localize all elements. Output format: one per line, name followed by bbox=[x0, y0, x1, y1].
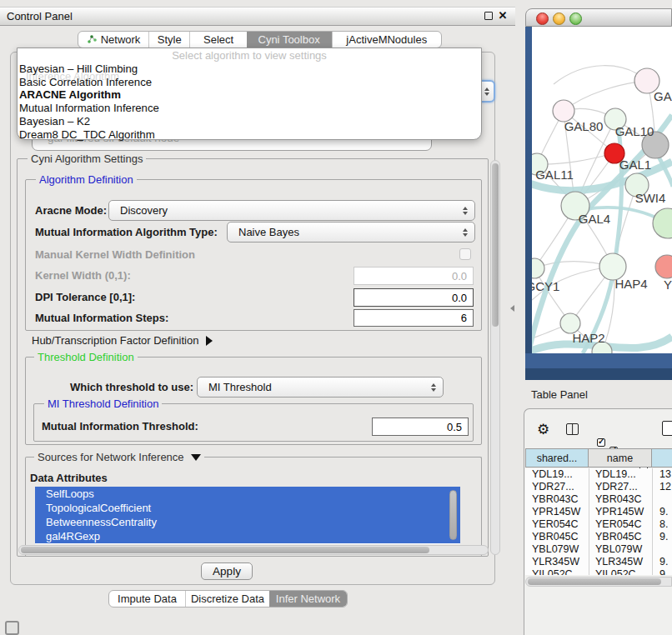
column-header-cut[interactable] bbox=[652, 448, 672, 468]
spinner-down-icon bbox=[431, 388, 436, 392]
mi-threshold-title: MI Threshold Definition bbox=[44, 398, 162, 410]
attribute-item[interactable]: gal4RGexp bbox=[35, 529, 460, 543]
table-hscrollbar[interactable] bbox=[525, 577, 672, 587]
tab-infer-network[interactable]: Infer Network bbox=[269, 591, 347, 607]
data-attributes-label: Data Attributes bbox=[30, 472, 108, 484]
settings-gear-icon[interactable] bbox=[537, 421, 549, 438]
network-node-y[interactable] bbox=[655, 255, 672, 278]
tab-style[interactable]: Style bbox=[148, 32, 189, 48]
column-header-name[interactable]: name bbox=[589, 448, 652, 468]
hub-definition-expander[interactable]: Hub/Transcription Factor Definition bbox=[32, 333, 213, 348]
checked-column-icon[interactable] bbox=[597, 438, 605, 447]
tab-impute-data[interactable]: Impute Data bbox=[109, 591, 185, 607]
settings-hscrollbar-thumb[interactable] bbox=[21, 547, 429, 553]
float-window-icon[interactable] bbox=[484, 12, 493, 20]
tab-discretize-data[interactable]: Discretize Data bbox=[185, 591, 269, 607]
algorithm-option[interactable]: Basic Correlation Inference bbox=[19, 76, 479, 89]
aracne-mode-combo[interactable]: Discovery bbox=[108, 200, 475, 221]
table-row[interactable]: YPR145WYPR145W9. bbox=[525, 506, 672, 518]
node-label: GAL1 bbox=[619, 158, 651, 172]
manual-kernel-label: Manual Kernel Width Definition bbox=[35, 248, 195, 262]
table-row[interactable]: YLR345WYLR345W9. bbox=[525, 556, 672, 568]
network-window-frame-bottom bbox=[525, 353, 672, 380]
tab-select[interactable]: Select bbox=[189, 32, 246, 48]
attributes-scrollbar-thumb[interactable] bbox=[449, 490, 457, 540]
which-threshold-value: MI Threshold bbox=[208, 381, 272, 393]
spinner-up-icon bbox=[431, 383, 436, 387]
aracne-mode-label: Aracne Mode: bbox=[35, 200, 107, 221]
tab-network[interactable]: Network bbox=[78, 32, 148, 48]
minimize-window-icon[interactable] bbox=[553, 12, 565, 25]
network-edge bbox=[564, 81, 647, 111]
control-panel-titlebar: Control Panel bbox=[0, 7, 515, 26]
attribute-item[interactable]: BetweennessCentrality bbox=[35, 515, 460, 529]
table-row[interactable]: YER054CYER054C8. bbox=[525, 518, 672, 531]
dropdown-placeholder: Select algorithm to view settings bbox=[18, 49, 481, 62]
kernel-width-field[interactable]: 0.0 bbox=[354, 267, 474, 285]
tab-cyni-toolbox[interactable]: Cyni Toolbox bbox=[247, 32, 332, 48]
apply-button[interactable]: Apply bbox=[201, 562, 253, 580]
table-rows: YDL19...YDL19...13YDR27...YDR27...12YBR0… bbox=[525, 468, 672, 575]
table-panel-title: Table Panel bbox=[531, 388, 588, 401]
network-node[interactable] bbox=[653, 208, 672, 238]
mi-threshold-field[interactable]: 0.5 bbox=[372, 418, 469, 436]
dpi-tolerance-field[interactable]: 0.0 bbox=[354, 288, 474, 307]
table-row[interactable]: YBL079WYBL079W bbox=[525, 543, 672, 556]
close-window-icon[interactable] bbox=[536, 12, 549, 25]
mi-type-combo[interactable]: Naive Bayes bbox=[227, 222, 475, 242]
algorithm-option[interactable]: Bayesian – K2 bbox=[19, 115, 479, 128]
table-row[interactable]: YIL052CYIL052C9. bbox=[525, 568, 672, 575]
threshold-definition-title: Threshold Definition bbox=[34, 351, 138, 363]
algorithm-option[interactable]: Dream8 DC_TDC Algorithm bbox=[19, 128, 479, 142]
algorithm-option[interactable]: ARACNE Algorithm bbox=[19, 88, 479, 102]
spinner-down-icon bbox=[484, 92, 489, 96]
node-label: SWI4 bbox=[635, 191, 666, 205]
column-divider bbox=[652, 468, 653, 575]
algorithm-option[interactable]: Mutual Information Inference bbox=[19, 102, 479, 115]
screen: Control Panel ✕ Network Style Select Cyn… bbox=[0, 0, 672, 635]
mi-type-value: Naive Bayes bbox=[238, 226, 299, 238]
dpi-tolerance-label: DPI Tolerance [0,1]: bbox=[35, 288, 135, 307]
column-header-shared[interactable]: shared... bbox=[525, 448, 589, 468]
node-label: GCY1 bbox=[532, 279, 559, 293]
which-threshold-combo[interactable]: MI Threshold bbox=[197, 377, 444, 398]
split-view-icon[interactable] bbox=[566, 423, 579, 435]
attribute-item[interactable]: TopologicalCoefficient bbox=[35, 501, 460, 515]
algorithm-option[interactable]: Bayesian – Hill Climbing bbox=[19, 62, 479, 76]
close-icon[interactable]: ✕ bbox=[496, 8, 509, 21]
node-label: GAL4 bbox=[579, 212, 610, 226]
tab-jactivemnodules[interactable]: jActiveMNodules bbox=[332, 32, 441, 48]
network-window-frame-left bbox=[525, 27, 532, 380]
table-hscrollbar-thumb[interactable] bbox=[528, 578, 661, 585]
network-icon bbox=[87, 33, 97, 46]
settings-vscrollbar[interactable] bbox=[490, 160, 500, 555]
expand-right-icon bbox=[206, 336, 213, 346]
zoom-window-icon[interactable] bbox=[569, 12, 582, 25]
collapse-down-icon[interactable] bbox=[191, 454, 201, 461]
network-window-titlebar[interactable] bbox=[525, 8, 672, 27]
export-table-icon[interactable] bbox=[662, 421, 672, 436]
manual-kernel-checkbox[interactable] bbox=[459, 248, 471, 260]
splitter-handle[interactable] bbox=[510, 0, 517, 635]
cyni-bottom-tabs: Impute Data Discretize Data Infer Networ… bbox=[108, 590, 348, 608]
network-edge bbox=[537, 153, 614, 164]
attribute-item[interactable]: SelfLoops bbox=[35, 487, 460, 501]
collapsed-panel-icon[interactable] bbox=[5, 621, 19, 635]
spinner-up-icon bbox=[463, 207, 468, 210]
network-canvas[interactable]: GALGAL80GAL10GAL1GAL11GAL4SWI4GCY1HAP4YH… bbox=[532, 27, 672, 353]
spinner-up-icon bbox=[484, 88, 489, 91]
table-row[interactable]: YBR045CYBR045C9. bbox=[525, 531, 672, 543]
algorithm-dropdown: Select algorithm to view settings Infere… bbox=[17, 48, 482, 140]
network-graph: GALGAL80GAL10GAL1GAL11GAL4SWI4GCY1HAP4YH… bbox=[532, 27, 672, 353]
mi-steps-field[interactable]: 6 bbox=[354, 309, 474, 327]
aracne-mode-value: Discovery bbox=[120, 204, 168, 217]
settings-vscrollbar-thumb[interactable] bbox=[492, 163, 499, 327]
table-row[interactable]: YBR043CYBR043C bbox=[525, 493, 672, 506]
which-threshold-label: Which threshold to use: bbox=[70, 377, 193, 398]
network-node-gcy1[interactable] bbox=[532, 258, 544, 278]
settings-hscrollbar[interactable] bbox=[18, 545, 489, 555]
table-row[interactable]: YDL19...YDL19...13 bbox=[525, 468, 672, 481]
node-label: Y bbox=[664, 278, 672, 292]
table-row[interactable]: YDR27...YDR27...12 bbox=[525, 481, 672, 493]
node-label: HAP4 bbox=[614, 277, 647, 291]
